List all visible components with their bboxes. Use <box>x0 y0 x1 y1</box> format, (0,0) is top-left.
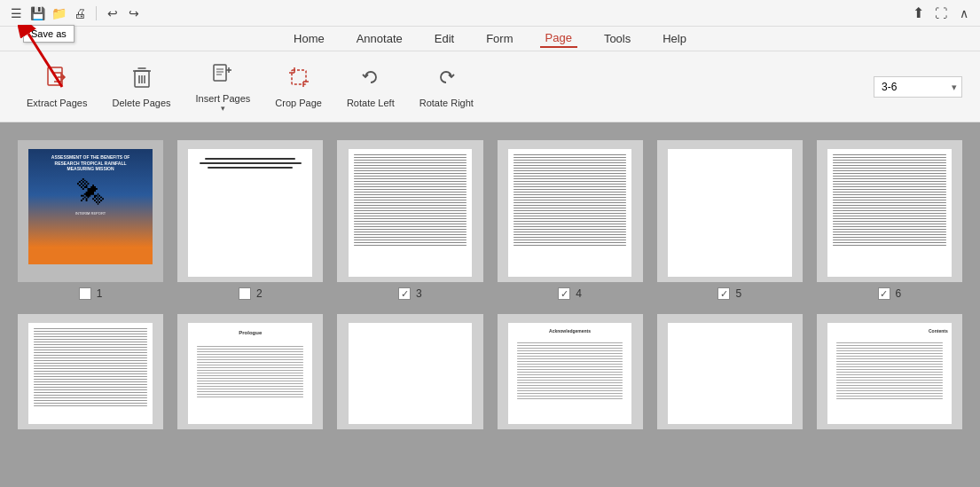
red-arrow <box>18 25 71 98</box>
menu-form[interactable]: Form <box>481 30 518 47</box>
cover-image: ASSESSMENT OF THE BENEFITS OFRESEARCH TR… <box>28 149 153 264</box>
rotate-left-label: Rotate Left <box>347 98 395 108</box>
page-item-6: for(let i=0;i<35;i++) document.write('<d… <box>817 140 962 300</box>
divider <box>96 6 97 20</box>
page-2-checkbox[interactable] <box>239 287 251 300</box>
page-5-footer: ✓ 5 <box>717 287 741 300</box>
page-thumb-5 <box>657 140 803 282</box>
page-item-11 <box>657 314 803 429</box>
page-item-9 <box>337 314 482 429</box>
menu-home[interactable]: Home <box>288 30 330 47</box>
page-4-checkbox[interactable]: ✓ <box>558 287 570 300</box>
crop-page-button[interactable]: Crop Page <box>266 60 331 114</box>
page-item-4: for(let i=0;i<35;i++) document.write('<d… <box>498 140 643 300</box>
delete-pages-label: Delete Pages <box>112 98 170 108</box>
page-3-number: 3 <box>416 287 422 300</box>
menu-edit[interactable]: Edit <box>429 30 459 47</box>
delete-pages-icon <box>130 66 153 94</box>
rotate-right-label: Rotate Right <box>419 98 474 108</box>
page-2-number: 2 <box>256 287 263 300</box>
page-6-footer: ✓ 6 <box>878 287 902 300</box>
folder-icon[interactable]: 📁 <box>50 4 67 22</box>
page-inner-11 <box>668 323 792 424</box>
menu-help[interactable]: Help <box>657 30 692 47</box>
new-icon[interactable]: ☰ <box>7 4 25 22</box>
page-range-wrapper: All Pages 1-2 3-6 Custom <box>874 76 962 98</box>
rotate-left-icon <box>359 66 382 94</box>
insert-pages-label: Insert Pages <box>196 93 251 104</box>
rotate-right-button[interactable]: Rotate Right <box>411 60 482 114</box>
cover-bar <box>28 248 153 264</box>
page-1-number: 1 <box>97 287 103 300</box>
insert-pages-dropdown-arrow: ▾ <box>221 104 225 113</box>
page-range-select[interactable]: All Pages 1-2 3-6 Custom <box>874 76 962 98</box>
page-3-footer: ✓ 3 <box>398 287 422 300</box>
page-item-1: ASSESSMENT OF THE BENEFITS OFRESEARCH TR… <box>18 140 163 300</box>
page-3-checkbox[interactable]: ✓ <box>398 287 411 300</box>
page-thumb-8: Prologue for(let i=0;i<20;i++) document.… <box>177 314 323 429</box>
page-inner-4: for(let i=0;i<35;i++) document.write('<d… <box>508 149 632 277</box>
page-thumb-3: for(let i=0;i<35;i++) document.write('<d… <box>337 140 482 282</box>
title-bar-icons: ☰ 💾 📁 🖨 ↩ ↪ <box>7 4 143 22</box>
page-item-2: 2 <box>177 140 323 300</box>
rotate-right-icon <box>435 66 458 94</box>
toolbar: Extract Pages Delete Pages <box>0 51 980 122</box>
window-icon[interactable]: ∧ <box>955 4 973 22</box>
save-icon[interactable]: 💾 <box>28 4 46 22</box>
page-item-10: Acknowledgements for(let i=0;i<22;i++) d… <box>498 314 643 429</box>
satellite-graphic: 🛰 <box>77 177 104 208</box>
page-5-checkbox[interactable]: ✓ <box>717 287 730 300</box>
page-item-3: for(let i=0;i<35;i++) document.write('<d… <box>337 140 482 300</box>
page-thumb-11 <box>657 314 803 429</box>
rotate-left-button[interactable]: Rotate Left <box>338 60 404 114</box>
page-thumb-7: for(let i=0;i<30;i++) document.write('<d… <box>18 314 163 429</box>
page-thumb-6: for(let i=0;i<35;i++) document.write('<d… <box>817 140 962 282</box>
page-5-number: 5 <box>735 287 741 300</box>
menu-page[interactable]: Page <box>540 29 577 48</box>
page-thumb-2 <box>177 140 323 282</box>
page-inner-8: Prologue for(let i=0;i<20;i++) document.… <box>188 323 312 424</box>
page-4-number: 4 <box>576 287 582 300</box>
page-item-12: Contents for(let i=0;i<22;i++) document.… <box>817 314 962 429</box>
menu-annotate[interactable]: Annotate <box>351 30 408 47</box>
page-thumb-1: ASSESSMENT OF THE BENEFITS OFRESEARCH TR… <box>18 140 163 282</box>
page-thumb-9 <box>337 314 482 429</box>
undo-icon[interactable]: ↩ <box>104 4 122 22</box>
title-bar: ☰ 💾 📁 🖨 ↩ ↪ Save as ⬆ ⛶ ∧ <box>0 0 980 27</box>
svg-rect-9 <box>214 65 226 81</box>
page-1-checkbox[interactable] <box>79 287 91 300</box>
extract-pages-label: Extract Pages <box>27 98 87 108</box>
page-inner-7: for(let i=0;i<30;i++) document.write('<d… <box>28 323 153 424</box>
insert-pages-button[interactable]: Insert Pages ▾ <box>187 56 260 118</box>
pages-row2: for(let i=0;i<30;i++) document.write('<d… <box>18 314 962 429</box>
menu-tools[interactable]: Tools <box>599 30 636 47</box>
pages-row1: ASSESSMENT OF THE BENEFITS OFRESEARCH TR… <box>18 140 962 300</box>
page-inner-6: for(let i=0;i<35;i++) document.write('<d… <box>827 149 952 277</box>
delete-pages-button[interactable]: Delete Pages <box>103 60 179 114</box>
page-item-7: for(let i=0;i<30;i++) document.write('<d… <box>18 314 163 429</box>
print-icon[interactable]: 🖨 <box>71 4 89 22</box>
page-item-8: Prologue for(let i=0;i<20;i++) document.… <box>177 314 323 429</box>
page-inner-12: Contents for(let i=0;i<22;i++) document.… <box>827 323 952 424</box>
page-6-checkbox[interactable]: ✓ <box>878 287 890 300</box>
page-thumb-10: Acknowledgements for(let i=0;i<22;i++) d… <box>498 314 643 429</box>
page-inner-5 <box>668 149 792 277</box>
page-1-footer: 1 <box>79 287 103 300</box>
page-thumb-4: for(let i=0;i<35;i++) document.write('<d… <box>498 140 643 282</box>
menu-bar: Home Annotate Edit Form Page Tools Help <box>0 27 980 51</box>
insert-pages-icon <box>211 61 234 90</box>
fullscreen-icon[interactable]: ⛶ <box>932 4 950 22</box>
page-inner-9 <box>349 323 473 424</box>
share-icon[interactable]: ⬆ <box>909 4 927 22</box>
content-area: ASSESSMENT OF THE BENEFITS OFRESEARCH TR… <box>0 122 980 487</box>
page-4-footer: ✓ 4 <box>558 287 582 300</box>
page-item-5: ✓ 5 <box>657 140 803 300</box>
redo-icon[interactable]: ↪ <box>125 4 143 22</box>
page-2-footer: 2 <box>239 287 263 300</box>
page-6-number: 6 <box>896 287 902 300</box>
page-inner-10: Acknowledgements for(let i=0;i<22;i++) d… <box>508 323 632 424</box>
svg-line-1 <box>28 34 62 87</box>
crop-page-label: Crop Page <box>275 98 322 108</box>
toolbar-right: All Pages 1-2 3-6 Custom <box>874 76 962 98</box>
crop-page-icon <box>287 66 310 94</box>
